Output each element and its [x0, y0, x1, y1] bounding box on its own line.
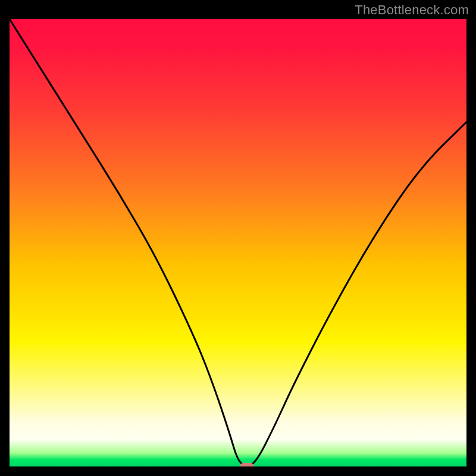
chart-frame: TheBottleneck.com — [0, 0, 476, 476]
curve-layer — [10, 19, 466, 466]
plot-area — [10, 19, 466, 466]
watermark-text: TheBottleneck.com — [355, 2, 469, 18]
bottleneck-curve — [10, 19, 466, 465]
optimum-marker — [240, 463, 254, 466]
